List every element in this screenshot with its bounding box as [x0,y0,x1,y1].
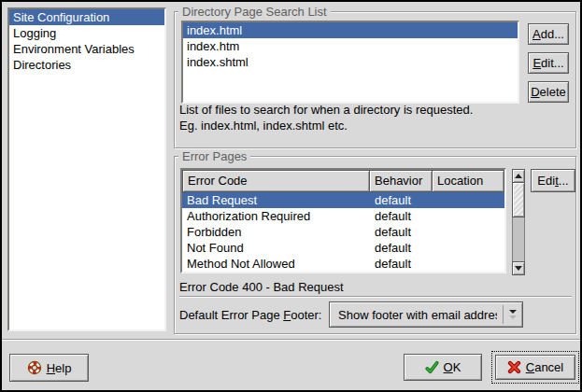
error-table: Error Code Behavior Location Bad Request… [180,168,506,273]
footer-dropdown-label: Default Error Page Footer: [179,303,321,328]
check-icon [425,360,439,374]
cell-behavior: default [370,256,433,272]
cell-behavior: default [370,240,433,256]
column-header-behavior[interactable]: Behavior [369,170,433,192]
add-button[interactable]: Add... [528,23,569,45]
lifebuoy-icon [27,360,42,375]
scrollbar-thumb[interactable] [512,182,525,217]
arrow-up-icon [515,174,522,178]
error-frame-separator [179,296,572,298]
cell-error-code: Bad Request [182,192,370,208]
directory-frame-title: Directory Page Search List [178,5,331,19]
cancel-button-label: Cancel [526,360,563,374]
cell-location [433,240,504,256]
sidebar-item-logging[interactable]: Logging [9,25,164,41]
table-row-authorization-required[interactable]: Authorization Required default [182,208,504,224]
list-item-index-html[interactable]: index.html [183,22,518,38]
table-row-not-found[interactable]: Not Found default [182,240,504,256]
error-frame-title: Error Pages [178,149,250,163]
list-item-index-htm[interactable]: index.htm [183,38,518,54]
delete-button[interactable]: Delete [528,81,569,103]
error-table-scrollbar[interactable] [512,169,525,275]
edit-file-button[interactable]: Edit... [528,52,569,74]
cell-behavior: default [370,192,433,208]
cell-location [433,208,504,224]
table-row-method-not-allowed[interactable]: Method Not Allowed default [182,256,504,272]
arrow-down-icon [515,266,522,271]
cell-error-code: Method Not Allowed [182,256,370,272]
table-row-forbidden[interactable]: Forbidden default [182,224,504,240]
help-button[interactable]: Help [9,354,89,382]
column-header-error-code[interactable]: Error Code [182,170,370,192]
error-table-header: Error Code Behavior Location [182,170,504,192]
cell-error-code: Not Found [182,240,370,256]
cell-location [433,224,504,240]
directory-list-caption: List of files to search for when a direc… [179,102,473,133]
category-list: Site Configuration Logging Environment V… [7,7,166,331]
help-button-label: Help [47,361,72,375]
cell-behavior: default [370,208,433,224]
dialog-separator [2,339,580,341]
list-item-index-shtml[interactable]: index.shtml [183,54,518,70]
dropdown-indicator-icon [503,305,517,324]
directory-file-list: index.html index.htm index.shtml [181,21,519,104]
cell-behavior: default [370,224,433,240]
scrollbar-trough[interactable] [513,217,524,261]
ok-button-label: OK [444,360,461,374]
sidebar-item-site-configuration[interactable]: Site Configuration [9,9,164,25]
edit-error-button[interactable]: Edit... [531,169,575,192]
caption-line-1: List of files to search for when a direc… [179,102,473,118]
sidebar-item-directories[interactable]: Directories [9,57,164,73]
cancel-button-focus-ring: Cancel [491,351,579,384]
cell-location [433,192,504,208]
error-code-status: Error Code 400 - Bad Request [179,279,344,295]
cell-error-code: Forbidden [182,224,370,240]
cancel-button[interactable]: Cancel [495,355,575,380]
ok-button[interactable]: OK [404,354,482,381]
column-header-location[interactable]: Location [432,170,504,192]
error-footer-dropdown[interactable]: Show footer with email address [329,301,523,328]
httpd-config-dialog: Site Configuration Logging Environment V… [0,0,582,392]
scroll-up-button[interactable] [512,169,525,183]
dropdown-selected-value: Show footer with email address [338,308,497,322]
cell-error-code: Authorization Required [182,208,370,224]
cell-location [433,256,504,272]
table-row-bad-request[interactable]: Bad Request default [182,192,504,208]
caption-line-2: Eg. index.html, index.shtml etc. [179,118,473,133]
scroll-down-button[interactable] [512,261,525,275]
close-icon [507,360,521,374]
sidebar-item-environment-variables[interactable]: Environment Variables [9,41,164,57]
